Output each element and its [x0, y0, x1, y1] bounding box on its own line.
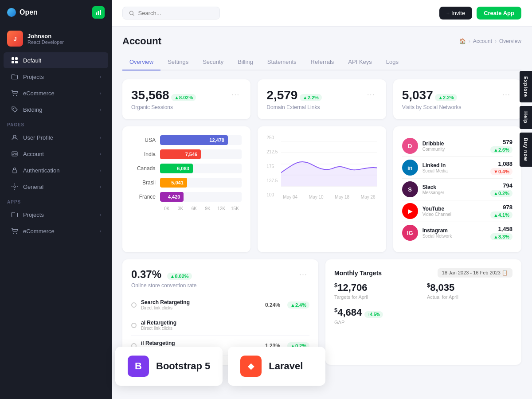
tab-security[interactable]: Security — [196, 54, 231, 70]
nav-items: Default Projects › eCommerce › Bidding › — [0, 52, 112, 118]
social-value-dribbble: 579 — [490, 139, 512, 145]
tab-api-keys[interactable]: API Keys — [341, 54, 379, 70]
social-info-dribbble: Dribbble Community — [422, 141, 486, 152]
bar-label-usa: USA — [131, 137, 156, 143]
sidebar-item-label-projects-app: Projects — [23, 211, 44, 218]
bar-value-india: 7,546 — [185, 152, 198, 157]
sidebar-item-default[interactable]: Default — [4, 52, 108, 68]
sidebar-item-label-authentication: Authentication — [23, 167, 59, 174]
social-row-youtube: ▶ YouTube Video Channel 978 ▲4.1% — [402, 200, 512, 222]
stat-label-0: Organic Sessions — [131, 104, 242, 110]
explore-tab[interactable]: Explore — [520, 71, 532, 102]
laravel-icon: ◆ — [240, 356, 262, 377]
buy-now-tab[interactable]: Buy now — [520, 133, 532, 167]
sidebar-item-label-default: Default — [23, 57, 41, 64]
stat-number-0: 35,568 — [131, 88, 169, 102]
breadcrumb-account[interactable]: Account — [473, 38, 492, 44]
page: Account 🏠 › Account › Overview OverviewS… — [112, 27, 532, 399]
sidebar-action-btn[interactable] — [92, 6, 105, 19]
retarget-info-1: al Retargeting Direct link clicks — [141, 320, 176, 331]
tab-billing[interactable]: Billing — [231, 54, 260, 70]
sidebar-item-general[interactable]: General › — [4, 179, 108, 195]
app-items: Projects › eCommerce › — [0, 206, 112, 239]
folder-icon — [11, 211, 19, 219]
promo-overlay: B Bootstrap 5 ◆ Laravel — [115, 347, 325, 386]
svg-line-18 — [133, 14, 134, 16]
bar-axis-label: 15K — [228, 206, 242, 211]
chevron-icon: › — [100, 107, 101, 112]
sidebar-item-label-general: General — [23, 184, 43, 190]
sidebar-item-projects-app[interactable]: Projects › — [4, 207, 108, 223]
tabs: OverviewSettingsSecurityBillingStatement… — [122, 54, 521, 70]
sidebar: Open J Johnson React Developer Default P… — [0, 0, 112, 399]
bar-track-canada: 6,083 — [160, 164, 242, 173]
conversion-label: Online store convertion rate — [131, 282, 309, 289]
main-content: + Invite Create App Account 🏠 › Account … — [112, 0, 532, 399]
sidebar-item-projects[interactable]: Projects › — [4, 69, 108, 85]
bar-label-india: India — [131, 151, 156, 157]
tab-overview[interactable]: Overview — [122, 54, 160, 70]
stat-card-0: 35,568 ▲8.02% ··· Organic Sessions — [122, 79, 250, 119]
chevron-icon: › — [100, 135, 101, 140]
bar-axis-label: 3K — [174, 206, 188, 211]
sidebar-item-authentication[interactable]: Authentication › — [4, 162, 108, 178]
chevron-icon: › — [100, 152, 101, 156]
social-type-dribbble: Community — [422, 147, 486, 152]
search-input[interactable] — [138, 10, 213, 16]
svg-point-8 — [16, 95, 17, 96]
social-name-dribbble: Dribbble — [422, 141, 486, 147]
grid-icon — [11, 56, 19, 64]
invite-button[interactable]: + Invite — [439, 7, 472, 20]
social-icon-linked-in: in — [402, 160, 418, 176]
bar-row-canada: Canada 6,083 — [131, 164, 242, 173]
user-info: Johnson React Developer — [27, 33, 64, 45]
tab-statements[interactable]: Statements — [260, 54, 304, 70]
targets-date: 18 Jan 2023 - 16 Feb 2023 📋 — [438, 268, 512, 278]
svg-point-14 — [14, 186, 16, 188]
svg-rect-11 — [12, 152, 17, 156]
search-box[interactable] — [122, 7, 220, 20]
tab-referrals[interactable]: Referrals — [304, 54, 341, 70]
bar-value-usa: 12,478 — [209, 137, 224, 143]
stat-value-0: 35,568 ▲8.02% — [131, 88, 196, 102]
bar-row-usa: USA 12,478 — [131, 135, 242, 145]
stat-more-1[interactable]: ··· — [365, 88, 377, 101]
social-badge-dribbble: ▲2.6% — [490, 146, 512, 153]
tab-settings[interactable]: Settings — [160, 54, 196, 70]
retarget-title-1: al Retargeting — [141, 320, 176, 326]
bar-axis-label: 12K — [215, 206, 228, 211]
stat-more-0[interactable]: ··· — [229, 88, 242, 101]
bar-fill-brasil: 5,041 — [160, 178, 187, 188]
bar-axis-label: 0K — [160, 206, 174, 211]
sidebar-item-label-ecommerce-app: eCommerce — [23, 228, 55, 235]
apps-label: APPS — [0, 195, 112, 206]
bar-row-brasil: Brasil 5,041 — [131, 178, 242, 188]
breadcrumb-home: 🏠 — [459, 38, 466, 44]
social-row-linked-in: in Linked In Social Media 1,088 ▼0.4% — [402, 157, 512, 179]
tab-logs[interactable]: Logs — [379, 54, 406, 70]
social-type-slack: Messanger — [422, 190, 486, 195]
sidebar-item-ecommerce-app[interactable]: eCommerce › — [4, 223, 108, 239]
sidebar-item-account[interactable]: Account › — [4, 146, 108, 162]
user-icon — [11, 133, 19, 141]
svg-rect-5 — [12, 61, 14, 63]
sidebar-item-bidding[interactable]: Bidding › — [4, 102, 108, 117]
chevron-icon: › — [100, 212, 101, 217]
social-badge-youtube: ▲4.1% — [490, 211, 512, 219]
shopping-icon — [11, 89, 19, 97]
breadcrumb-sep2: › — [495, 38, 497, 44]
create-app-button[interactable]: Create App — [477, 7, 521, 20]
sidebar-item-user-profile[interactable]: User Profile › — [4, 129, 108, 145]
retarget-title-2: il Retargeting — [141, 340, 175, 346]
line-chart-area: 250 212.5 175 137.5 100 — [266, 135, 377, 206]
retarget-title-0: Search Retargeting — [141, 299, 190, 305]
social-type-linked-in: Social Media — [422, 168, 486, 173]
conversion-more[interactable]: ··· — [297, 268, 309, 281]
stat-value-1: 2,579 ▲2.2% — [266, 88, 322, 102]
svg-point-7 — [13, 95, 14, 96]
bar-track-usa: 12,478 — [160, 135, 242, 145]
help-tab[interactable]: Help — [520, 106, 532, 129]
sidebar-item-ecommerce[interactable]: eCommerce › — [4, 85, 108, 101]
stat-more-2[interactable]: ··· — [500, 88, 512, 101]
target-val-0: $12,706 — [334, 282, 420, 293]
